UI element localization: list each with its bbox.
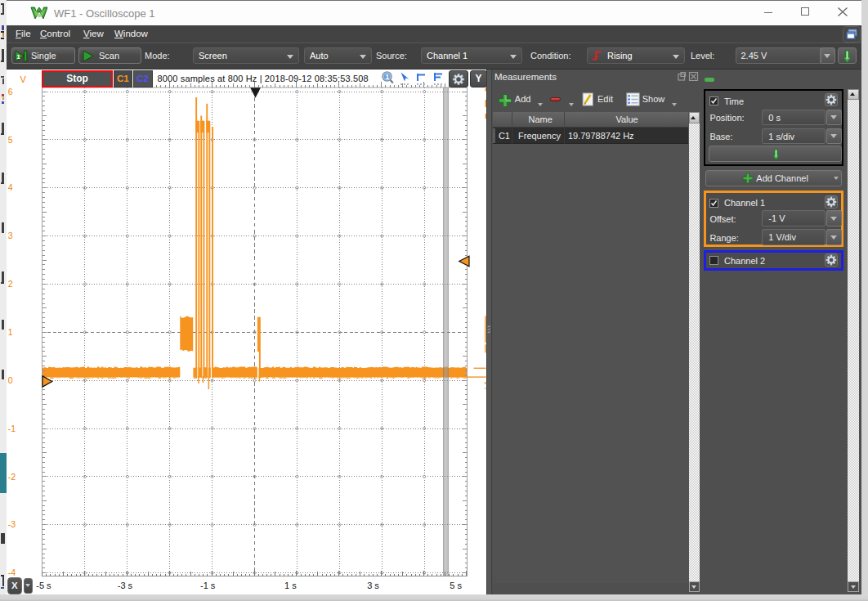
svg-text:-3 s: -3 s — [118, 581, 133, 590]
svg-text:4: 4 — [8, 182, 13, 192]
svg-text:0: 0 — [8, 375, 13, 385]
svg-text:1 s: 1 s — [284, 581, 297, 590]
svg-text:-1: -1 — [8, 424, 16, 433]
svg-text:3: 3 — [8, 231, 13, 240]
svg-text:-5 s: -5 s — [36, 581, 51, 590]
svg-text:5 s: 5 s — [450, 581, 462, 590]
svg-text:2: 2 — [8, 279, 13, 289]
svg-text:3 s: 3 s — [367, 581, 379, 590]
svg-text:V: V — [20, 74, 27, 84]
svg-text:6: 6 — [8, 87, 13, 96]
svg-text:1: 1 — [385, 73, 389, 81]
svg-text:-2: -2 — [8, 472, 16, 482]
svg-text:1: 1 — [8, 327, 13, 337]
svg-text:-3: -3 — [8, 519, 16, 529]
svg-text:5: 5 — [8, 135, 13, 145]
svg-text:-4: -4 — [8, 567, 16, 577]
svg-text:1: 1 — [16, 53, 20, 61]
svg-text:-1 s: -1 s — [200, 581, 216, 590]
